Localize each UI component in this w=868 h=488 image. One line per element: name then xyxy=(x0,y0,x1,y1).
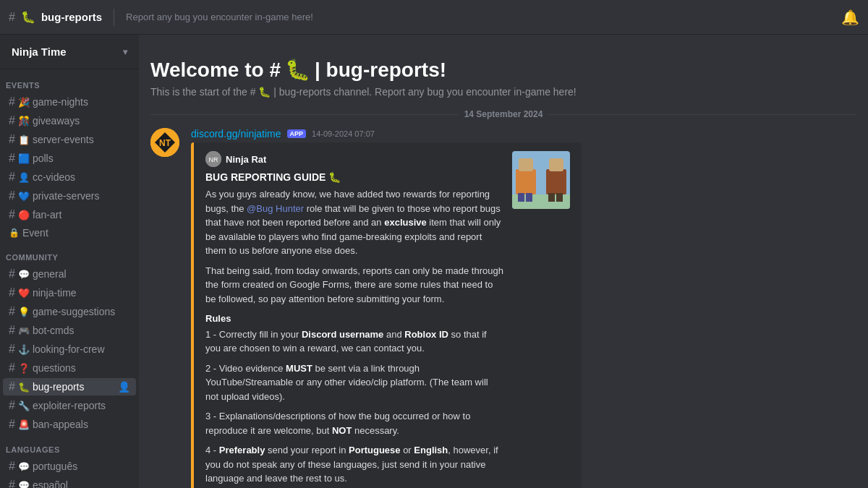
bug-reports-badge: 👤 xyxy=(118,381,130,393)
embed-text: As you guys already know, we have added … xyxy=(205,187,503,488)
sidebar: Ninja Time ▾ EVENTS # 🎉 game-nights # 🎊 … xyxy=(0,35,139,488)
bug-reports-emoji: 🐛 xyxy=(18,382,30,393)
server-events-emoji: 📋 xyxy=(18,134,30,145)
sidebar-item-server-events[interactable]: # 📋 server-events xyxy=(3,131,136,148)
svg-rect-8 xyxy=(519,158,533,171)
channel-name-fan-art: fan-art xyxy=(33,209,130,221)
channel-name-polls: polls xyxy=(33,153,130,164)
svg-text:NR: NR xyxy=(209,156,218,163)
channel-name-ban-appeals: ban-appeals xyxy=(33,419,130,430)
channel-name-general: general xyxy=(33,268,130,280)
channel-name-server-events: server-events xyxy=(33,134,130,145)
channel-name-looking-for-crew: looking-for-crew xyxy=(33,343,130,355)
hash-icon: # xyxy=(9,305,15,318)
hash-icon: # xyxy=(9,479,15,488)
ninja-time-emoji: ❤️ xyxy=(18,288,30,299)
top-bar-channel-name: bug-reports xyxy=(41,11,102,23)
sidebar-item-looking-for-crew[interactable]: # ⚓ looking-for-crew xyxy=(3,341,136,358)
sidebar-item-polls[interactable]: # 🟦 polls xyxy=(3,150,136,167)
hash-icon: # xyxy=(9,189,15,202)
sidebar-item-game-suggestions[interactable]: # 💡 game-suggestions xyxy=(3,303,136,320)
hash-icon: # xyxy=(9,286,15,299)
welcome-channel-name: | bug-reports! xyxy=(315,59,446,82)
embed-title-text: BUG REPORTING GUIDE xyxy=(205,171,326,183)
lock-icon: 🔒 xyxy=(9,228,20,238)
giveaways-emoji: 🎊 xyxy=(18,116,30,127)
welcome-section: Welcome to # 🐛 | bug-reports! This is th… xyxy=(139,46,868,103)
hash-icon: # xyxy=(9,152,15,165)
app-layout: Ninja Time ▾ EVENTS # 🎉 game-nights # 🎊 … xyxy=(0,35,868,488)
message-header: discord.gg/ninjatime APP 14-09-2024 07:0… xyxy=(191,128,856,140)
sidebar-item-portugues[interactable]: # 💬 português xyxy=(3,458,136,475)
notification-bell-icon[interactable]: 🔔 xyxy=(841,9,859,26)
channel-bug-emoji-icon: 🐛 xyxy=(21,10,35,24)
hash-icon: # xyxy=(9,267,15,281)
top-bar: # 🐛 bug-reports Report any bug you encou… xyxy=(0,0,868,35)
date-separator: 14 September 2024 xyxy=(139,103,868,125)
sidebar-item-bug-reports[interactable]: # 🐛 bug-reports 👤 xyxy=(3,378,136,395)
embed-body: NR Ninja Rat BUG REPORTING GUIDE 🐛 As xyxy=(205,151,503,488)
sidebar-item-bot-cmds[interactable]: # 🎮 bot-cmds xyxy=(3,322,136,339)
server-name: Ninja Time xyxy=(12,46,67,58)
sidebar-item-game-nights[interactable]: # 🎉 game-nights xyxy=(3,93,136,111)
category-languages: LANGUAGES xyxy=(0,434,139,457)
questions-emoji: ❓ xyxy=(18,363,30,374)
message-timestamp: 14-09-2024 07:07 xyxy=(312,129,375,138)
svg-rect-14 xyxy=(556,193,563,202)
sidebar-item-giveaways[interactable]: # 🎊 giveaways xyxy=(3,112,136,129)
category-events: EVENTS xyxy=(0,69,139,93)
svg-rect-12 xyxy=(549,158,563,171)
svg-text:NT: NT xyxy=(159,138,171,148)
polls-emoji: 🟦 xyxy=(18,153,30,164)
cc-videos-emoji: 👤 xyxy=(18,172,30,183)
embed-author: NR Ninja Rat xyxy=(205,151,503,167)
bot-cmds-emoji: 🎮 xyxy=(18,325,30,336)
espanol-emoji: 💬 xyxy=(18,480,30,489)
welcome-subtitle-text: This is the start of the # 🐛 | bug-repor… xyxy=(150,86,576,98)
svg-rect-7 xyxy=(516,169,536,194)
hash-icon: # xyxy=(9,133,15,146)
sidebar-item-questions[interactable]: # ❓ questions xyxy=(3,359,136,377)
embed-title-emoji-icon: 🐛 xyxy=(328,171,341,183)
rule-3: 3 - Explanations/descriptions of how the… xyxy=(205,409,503,437)
welcome-bug-emoji-icon: 🐛 xyxy=(285,58,310,82)
hash-icon: # xyxy=(9,324,15,337)
sidebar-item-espanol[interactable]: # 💬 español xyxy=(3,476,136,488)
sidebar-item-ban-appeals[interactable]: # 🚨 ban-appeals xyxy=(3,416,136,433)
channel-name-game-nights: game-nights xyxy=(33,96,130,108)
sidebar-item-ninja-time[interactable]: # ❤️ ninja-time xyxy=(3,284,136,301)
sidebar-item-fan-art[interactable]: # 🔴 fan-art xyxy=(3,206,136,223)
channel-name-giveaways: giveaways xyxy=(33,115,130,127)
channel-name-espanol: español xyxy=(33,479,130,488)
sidebar-item-cc-videos[interactable]: # 👤 cc-videos xyxy=(3,168,136,186)
embed-para2: That being said, from today onwards, rep… xyxy=(205,264,503,307)
channel-name-ninja-time: ninja-time xyxy=(33,287,130,299)
sidebar-item-event[interactable]: 🔒 Event xyxy=(3,225,136,241)
sidebar-item-private-servers[interactable]: # 💙 private-servers xyxy=(3,187,136,205)
svg-rect-10 xyxy=(526,193,532,202)
server-header[interactable]: Ninja Time ▾ xyxy=(0,35,139,69)
channel-hash-icon: # xyxy=(9,11,15,24)
channel-name-event: Event xyxy=(22,227,130,239)
svg-rect-13 xyxy=(548,193,555,202)
rules-section-title: Rules xyxy=(205,312,503,326)
sidebar-item-general[interactable]: # 💬 general xyxy=(3,265,136,283)
sidebar-item-exploiter-reports[interactable]: # 🔧 exploiter-reports xyxy=(3,397,136,414)
bot-link[interactable]: discord.gg/ninjatime xyxy=(191,128,281,140)
ban-appeals-emoji: 🚨 xyxy=(18,419,30,430)
embed-intro: As you guys already know, we have added … xyxy=(205,187,503,258)
bot-message-group: NT discord.gg/ninjatime APP 14-09-2024 0… xyxy=(139,125,868,488)
hash-icon: # xyxy=(9,208,15,221)
main-content: Welcome to # 🐛 | bug-reports! This is th… xyxy=(139,35,868,488)
hash-icon: # xyxy=(9,343,15,356)
channel-name-game-suggestions: game-suggestions xyxy=(33,306,130,317)
server-chevron-icon: ▾ xyxy=(123,47,127,57)
rule-1: 1 - Correctly fill in your Discord usern… xyxy=(205,328,503,356)
exploiter-reports-emoji: 🔧 xyxy=(18,401,30,411)
hash-icon: # xyxy=(9,361,15,374)
embed-author-avatar: NR xyxy=(205,151,221,167)
channel-content: Welcome to # 🐛 | bug-reports! This is th… xyxy=(139,35,868,488)
hash-icon: # xyxy=(9,380,15,393)
bot-avatar: NT xyxy=(150,128,179,157)
embed-title: BUG REPORTING GUIDE 🐛 xyxy=(205,171,503,183)
